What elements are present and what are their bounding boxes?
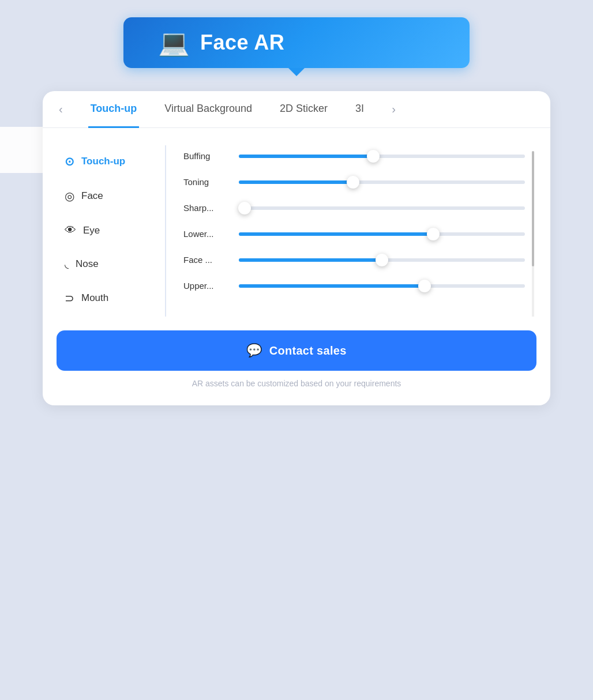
slider-track-sharp[interactable] — [239, 206, 525, 210]
main-card: ‹ Touch-up Virtual Background 2D Sticker… — [43, 91, 550, 405]
sidebar-label-mouth: Mouth — [81, 292, 108, 304]
slider-row-upper: Upper... — [183, 281, 525, 291]
slider-label-lower: Lower... — [183, 229, 230, 239]
tab-3d[interactable]: 3I — [353, 92, 366, 128]
slider-row-sharp: Sharp... — [183, 203, 525, 213]
slider-label-buffing: Buffing — [183, 151, 230, 161]
sidebar-label-nose: Nose — [76, 258, 99, 270]
content-area: ⊙ Touch-up ◎ Face 👁 Eye ◟ Nose ⊃ Mouth — [43, 128, 550, 317]
sidebar-item-nose[interactable]: ◟ Nose — [57, 249, 159, 280]
tab-prev-button[interactable]: ‹ — [57, 103, 65, 116]
tab-next-button[interactable]: › — [389, 103, 398, 116]
slider-label-sharp: Sharp... — [183, 203, 230, 213]
slider-label-toning: Toning — [183, 177, 230, 187]
slider-row-buffing: Buffing — [183, 151, 525, 161]
touch-up-icon: ⊙ — [65, 155, 74, 168]
sidebar-item-mouth[interactable]: ⊃ Mouth — [57, 282, 159, 314]
slider-row-lower: Lower... — [183, 229, 525, 239]
tab-touch-up[interactable]: Touch-up — [88, 92, 140, 128]
laptop-icon: 💻 — [158, 28, 190, 58]
slider-label-face: Face ... — [183, 255, 230, 265]
slider-row-face: Face ... — [183, 255, 525, 265]
mouth-icon: ⊃ — [65, 291, 74, 305]
face-icon: ◎ — [65, 189, 74, 203]
nose-icon: ◟ — [65, 258, 69, 270]
slider-label-upper: Upper... — [183, 281, 230, 291]
sidebar-label-face: Face — [81, 190, 103, 202]
slider-track-upper[interactable] — [239, 284, 525, 288]
chat-bubble-icon: 💬 — [246, 343, 262, 358]
sliders-area: Buffing Toning — [166, 145, 536, 317]
sidebar-label-eye: Eye — [83, 225, 100, 236]
slider-row-toning: Toning — [183, 177, 525, 187]
sidebar-item-touch-up[interactable]: ⊙ Touch-up — [57, 145, 159, 178]
slider-track-lower[interactable] — [239, 232, 525, 236]
sidebar-label-touch-up: Touch-up — [81, 156, 125, 167]
scroll-indicator — [532, 151, 534, 317]
contact-sales-button[interactable]: 💬 Contact sales — [57, 330, 536, 371]
contact-btn-wrap: 💬 Contact sales AR assets can be customi… — [43, 317, 550, 388]
contact-sales-label: Contact sales — [269, 344, 347, 357]
header-banner: 💻 Face AR — [123, 17, 470, 68]
sidebar: ⊙ Touch-up ◎ Face 👁 Eye ◟ Nose ⊃ Mouth — [57, 145, 166, 317]
slider-track-buffing[interactable] — [239, 155, 525, 158]
slider-track-face[interactable] — [239, 258, 525, 262]
eye-icon: 👁 — [65, 224, 76, 237]
tab-2d-sticker[interactable]: 2D Sticker — [277, 92, 330, 128]
slider-track-toning[interactable] — [239, 180, 525, 184]
tab-bar: ‹ Touch-up Virtual Background 2D Sticker… — [43, 91, 550, 128]
app-title: Face AR — [200, 31, 284, 55]
scroll-bar[interactable] — [532, 151, 534, 266]
sidebar-item-eye[interactable]: 👁 Eye — [57, 214, 159, 246]
sidebar-item-face[interactable]: ◎ Face — [57, 180, 159, 212]
footer-note: AR assets can be customized based on you… — [57, 379, 536, 388]
tab-virtual-background[interactable]: Virtual Background — [162, 92, 254, 128]
